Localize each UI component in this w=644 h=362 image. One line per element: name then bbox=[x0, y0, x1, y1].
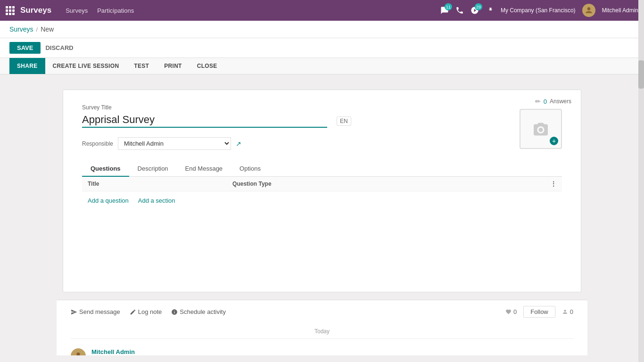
tab-questions[interactable]: Questions bbox=[82, 161, 129, 177]
external-link-icon[interactable]: ↗ bbox=[236, 140, 241, 148]
col-question-type: Question Type bbox=[227, 177, 545, 191]
close-button[interactable]: CLOSE bbox=[190, 58, 225, 74]
scrollbar-thumb[interactable] bbox=[638, 60, 644, 89]
chatter-bar: Send message Log note Schedule activity … bbox=[57, 300, 587, 323]
followers-count: 0 bbox=[562, 308, 573, 315]
company-name: My Company (San Francisco) bbox=[501, 7, 576, 14]
main-form-card: ✏ 0 Answers Survey Title EN + bbox=[63, 90, 581, 292]
add-section-link[interactable]: Add a section bbox=[138, 197, 175, 204]
phone-icon-button[interactable] bbox=[455, 6, 464, 15]
schedule-activity-action[interactable]: Schedule activity bbox=[171, 308, 226, 315]
survey-title-input[interactable] bbox=[82, 113, 327, 128]
breadcrumb-bar: Surveys / New bbox=[0, 21, 644, 38]
responsible-label: Responsible bbox=[82, 140, 113, 147]
activity-icon-button[interactable]: 29 bbox=[471, 6, 479, 15]
chatter-content: Mitchell Admin Creating a new record... bbox=[91, 348, 152, 355]
print-button[interactable]: PRINT bbox=[157, 58, 190, 74]
timeline-today: Today bbox=[71, 328, 573, 339]
chatter-author-name[interactable]: Mitchell Admin bbox=[91, 348, 135, 355]
tabs-bar: Questions Description End Message Option… bbox=[82, 161, 562, 177]
apps-menu-button[interactable] bbox=[6, 6, 15, 15]
create-live-session-button[interactable]: CREATE LIVE SESSION bbox=[45, 58, 127, 74]
chat-badge: 11 bbox=[445, 3, 452, 10]
nav-link-participations[interactable]: Participations bbox=[97, 7, 134, 14]
svg-point-0 bbox=[587, 7, 590, 10]
tab-options[interactable]: Options bbox=[231, 161, 269, 177]
timeline-area: Today Mitchell Admin Creating a new reco… bbox=[57, 323, 587, 355]
add-actions-row: Add a question Add a section bbox=[82, 191, 562, 210]
photo-upload-button[interactable]: + bbox=[520, 109, 562, 149]
col-title: Title bbox=[82, 177, 227, 191]
edit-icon: ✏ bbox=[535, 98, 541, 105]
svg-point-1 bbox=[539, 128, 543, 132]
settings-icon-button[interactable] bbox=[486, 6, 494, 15]
page-content: ✏ 0 Answers Survey Title EN + bbox=[0, 74, 644, 355]
survey-title-label: Survey Title bbox=[82, 104, 562, 111]
responsible-select[interactable]: Mitchell Admin bbox=[118, 137, 231, 150]
breadcrumb-parent[interactable]: Surveys bbox=[9, 25, 33, 33]
chatter-avatar bbox=[71, 348, 86, 355]
scrollbar-track[interactable] bbox=[638, 0, 644, 362]
survey-form: Survey Title EN + Responsible bbox=[63, 90, 581, 224]
action-bar: SAVE DISCARD bbox=[0, 38, 644, 58]
tab-end-message[interactable]: End Message bbox=[177, 161, 231, 177]
svg-point-2 bbox=[76, 353, 80, 355]
log-note-action[interactable]: Log note bbox=[130, 308, 162, 315]
chatter-entry: Mitchell Admin Creating a new record... bbox=[71, 346, 573, 355]
user-name: Mitchell Admin bbox=[602, 7, 638, 14]
activity-badge: 29 bbox=[475, 3, 482, 10]
user-avatar[interactable] bbox=[582, 4, 595, 17]
answers-count: 0 bbox=[544, 98, 547, 105]
top-navigation: Surveys Surveys Participations 11 29 My … bbox=[0, 0, 644, 21]
add-question-link[interactable]: Add a question bbox=[88, 197, 129, 204]
save-button[interactable]: SAVE bbox=[9, 42, 41, 54]
questions-table: Title Question Type ⋮ Add a question Add… bbox=[82, 177, 562, 210]
send-message-action[interactable]: Send message bbox=[71, 308, 120, 315]
follow-button[interactable]: Follow bbox=[523, 306, 555, 318]
test-button[interactable]: TEST bbox=[126, 58, 157, 74]
nav-link-surveys[interactable]: Surveys bbox=[66, 7, 88, 14]
tab-description[interactable]: Description bbox=[129, 161, 177, 177]
answers-button[interactable]: ✏ 0 Answers bbox=[535, 98, 571, 105]
share-button[interactable]: SHARE bbox=[9, 58, 45, 74]
chat-icon-button[interactable]: 11 bbox=[440, 6, 449, 15]
discard-button[interactable]: DISCARD bbox=[45, 44, 73, 51]
topnav-right: 11 29 My Company (San Francisco) Mitchel… bbox=[440, 4, 638, 17]
answers-label: Answers bbox=[550, 98, 571, 105]
add-photo-icon: + bbox=[550, 137, 558, 145]
nav-links: Surveys Participations bbox=[66, 7, 440, 14]
likes-count: 0 bbox=[505, 308, 517, 315]
breadcrumb-separator: / bbox=[36, 26, 38, 33]
brand-title: Surveys bbox=[20, 6, 51, 15]
responsible-row: Responsible Mitchell Admin ↗ bbox=[82, 137, 562, 150]
language-badge[interactable]: EN bbox=[337, 116, 351, 126]
breadcrumb-current: New bbox=[41, 25, 54, 33]
col-options: ⋮ bbox=[545, 177, 562, 191]
chatter-right: 0 Follow 0 bbox=[505, 306, 573, 318]
toolbar: SHARE CREATE LIVE SESSION TEST PRINT CLO… bbox=[0, 58, 644, 74]
